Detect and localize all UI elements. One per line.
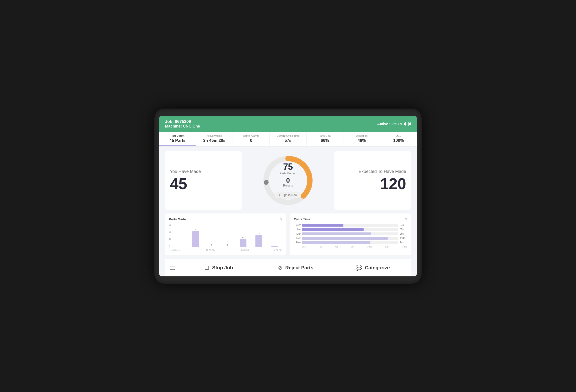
stat-part-count-label: Part Count xyxy=(163,134,192,137)
stat-downtime-value: 3h 45m 20s xyxy=(200,138,229,143)
bottom-row: Parts Made ? 30 20 10 0 xyxy=(165,213,411,255)
made-number: 45 xyxy=(170,176,237,192)
machine-title: Machine: CNC One xyxy=(165,124,200,129)
donut-card: 75 Parts Behind 0 Rejects ⟫ Sign In Now xyxy=(245,151,331,209)
expected-label: Expected To Have Made xyxy=(358,169,406,174)
bar-group-5: 10 xyxy=(235,236,251,247)
stat-parts-goal-label: Parts Goal xyxy=(310,134,339,137)
tablet-screen: Job: 8675309 Machine: CNC One Active : 2… xyxy=(159,116,417,276)
reject-parts-icon: ⊘ xyxy=(278,265,282,271)
rejects-number: 0 xyxy=(275,177,301,184)
main-content: You Have Made 45 xyxy=(159,146,417,276)
header: Job: 8675309 Machine: CNC One Active : 2… xyxy=(159,116,417,132)
menu-line-3 xyxy=(170,269,175,270)
stat-parts-goal-value: 66% xyxy=(310,138,339,143)
bar-group-6: 15 xyxy=(251,232,266,247)
expected-card: Expected To Have Made 120 xyxy=(334,151,411,209)
donut-center: 75 Parts Behind 0 Rejects ⟫ Sign In Now xyxy=(275,162,301,198)
status-label: Active : 2m 1s xyxy=(377,122,402,126)
bar-group-1 xyxy=(172,246,188,247)
stat-oee[interactable]: OEE 100% xyxy=(380,132,417,146)
hbar-ave: Ave 85s xyxy=(294,228,407,231)
cycle-time-title: Cycle Time xyxy=(294,217,310,221)
behind-label: Parts Behind xyxy=(275,172,301,175)
menu-button[interactable] xyxy=(165,266,180,270)
menu-line-2 xyxy=(170,268,175,268)
made-label: You Have Made xyxy=(170,169,237,174)
hbar-curr: Curr 57s xyxy=(294,224,407,227)
top-row: You Have Made 45 xyxy=(165,151,411,209)
parts-made-title: Parts Made xyxy=(169,217,186,221)
parts-made-chart-header: Parts Made ? xyxy=(169,217,282,221)
parts-made-chart-card: Parts Made ? 30 20 10 0 xyxy=(165,213,286,255)
stop-job-icon: ☐ xyxy=(204,265,209,271)
tablet-frame: Job: 8675309 Machine: CNC One Active : 2… xyxy=(154,108,422,284)
categorize-icon: 💬 xyxy=(356,265,362,271)
parts-made-help[interactable]: ? xyxy=(280,217,282,221)
cycle-time-chart-card: Cycle Time ? Curr 57s Ave xyxy=(290,213,411,255)
cycle-time-x-axis: 15s 45s 75s 90s 105s 120s 135s xyxy=(302,246,407,248)
stat-utilization[interactable]: Utilization 46% xyxy=(344,132,380,146)
stat-cycle-time-label: Current Cycle Time xyxy=(274,134,303,137)
sign-in-icon: ⟫ xyxy=(279,193,281,197)
stop-job-label: Stop Job xyxy=(212,265,233,271)
donut-chart: 75 Parts Behind 0 Rejects ⟫ Sign In Now xyxy=(261,154,315,207)
parts-made-y-axis: 30 20 10 0 xyxy=(169,224,171,248)
waveform-icon xyxy=(404,122,411,126)
hbar-last: Last 118s xyxy=(294,237,407,240)
header-left: Job: 8675309 Machine: CNC One xyxy=(165,119,200,129)
stat-parts-goal[interactable]: Parts Goal 66% xyxy=(307,132,344,146)
stat-part-count-value: 45 Parts xyxy=(163,138,192,143)
reject-parts-button[interactable]: ⊘ Reject Parts xyxy=(257,259,334,276)
reject-parts-label: Reject Parts xyxy=(285,265,314,271)
stat-cycle-time-value: 57s xyxy=(274,138,303,143)
stat-oee-label: OEE xyxy=(384,134,413,137)
hbar-exp: Exp 96s xyxy=(294,233,407,235)
sign-in-button[interactable]: ⟫ Sign In Now xyxy=(275,192,301,198)
stat-oee-value: 100% xyxy=(384,138,413,143)
behind-number: 75 xyxy=(275,162,301,171)
expected-number: 120 xyxy=(380,176,406,192)
cycle-time-chart-header: Cycle Time ? xyxy=(294,217,407,221)
bar-group-4: 0 xyxy=(220,244,235,247)
job-title: Job: 8675309 xyxy=(165,119,200,124)
stat-utilization-value: 46% xyxy=(347,138,376,143)
stat-alarms-label: Active Alarms xyxy=(237,134,266,137)
parts-made-x-axis: 4:30 AM 12:00 PM 8:00 PM 4:00 AM xyxy=(172,249,282,251)
stats-bar: Part Count 45 Parts All Downtime 3h 45m … xyxy=(159,132,417,146)
footer-bar: ☐ Stop Job ⊘ Reject Parts 💬 Categorize xyxy=(165,259,411,276)
cycle-time-help[interactable]: ? xyxy=(405,217,407,221)
bar-group-3: 0 xyxy=(204,244,219,247)
stat-part-count[interactable]: Part Count 45 Parts xyxy=(159,132,196,146)
stat-alarms[interactable]: Active Alarms 0 xyxy=(233,132,270,146)
stat-alarms-value: 0 xyxy=(237,138,266,143)
stat-cycle-time[interactable]: Current Cycle Time 57s xyxy=(270,132,307,146)
header-right: Active : 2m 1s xyxy=(377,122,411,126)
stat-downtime[interactable]: All Downtime 3h 45m 20s xyxy=(196,132,233,146)
categorize-button[interactable]: 💬 Categorize xyxy=(334,259,411,276)
rejects-label: Rejects xyxy=(275,184,301,187)
menu-line-1 xyxy=(170,266,175,266)
hbar-lfew: LFew 94s xyxy=(294,241,407,244)
categorize-label: Categorize xyxy=(365,265,390,271)
bar-group-2: 20 xyxy=(188,228,203,247)
bar-group-7 xyxy=(267,246,282,247)
sign-in-label: Sign In Now xyxy=(282,193,297,197)
made-card: You Have Made 45 xyxy=(165,151,242,209)
stop-job-button[interactable]: ☐ Stop Job xyxy=(180,259,257,276)
stat-downtime-label: All Downtime xyxy=(200,134,229,137)
stat-utilization-label: Utilization xyxy=(347,134,376,137)
bar-chart-area: 20 0 0 xyxy=(172,224,282,248)
